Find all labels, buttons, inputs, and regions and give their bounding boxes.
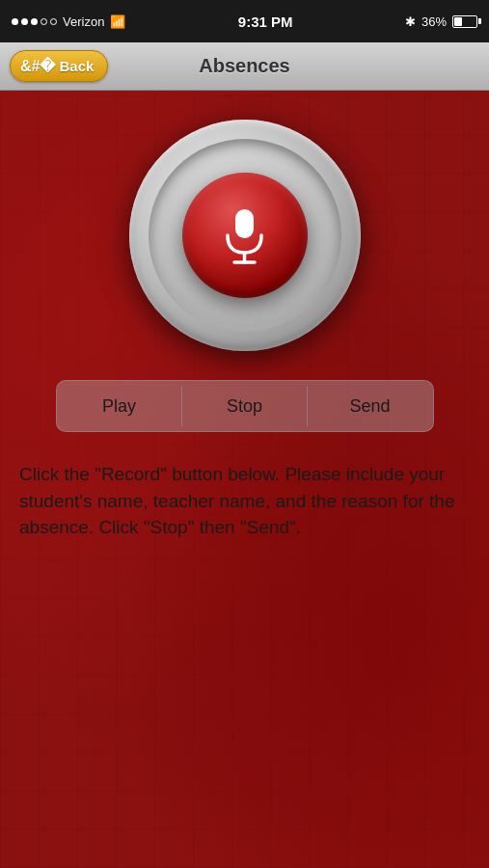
wifi-icon: 📶: [110, 14, 125, 29]
status-bar: Verizon 📶 9:31 PM ✱ 36%: [0, 0, 489, 42]
status-left: Verizon 📶: [12, 14, 125, 29]
dot-3: [31, 18, 38, 25]
carrier-label: Verizon: [63, 14, 104, 29]
instructions-text: Click the "Record" button below. Please …: [0, 461, 489, 541]
main-content: Play Stop Send Click the "Record" button…: [0, 91, 489, 868]
signal-dots: [12, 18, 57, 25]
record-button-container: [129, 120, 361, 351]
send-button[interactable]: Send: [308, 381, 433, 431]
status-right: ✱ 36%: [405, 14, 477, 29]
back-button[interactable]: &#� Back: [10, 50, 108, 82]
stop-button[interactable]: Stop: [182, 381, 308, 431]
inner-ring: [149, 139, 341, 332]
dot-1: [12, 18, 18, 25]
battery-fill: [454, 17, 462, 26]
back-label: Back: [59, 58, 94, 74]
battery-icon: [452, 15, 477, 28]
record-button[interactable]: [182, 173, 308, 298]
dot-2: [21, 18, 28, 25]
dot-4: [41, 18, 47, 25]
bluetooth-icon: ✱: [405, 14, 416, 29]
play-button[interactable]: Play: [57, 381, 182, 431]
dot-5: [50, 18, 57, 25]
back-chevron-icon: &#�: [20, 57, 55, 75]
microphone-icon: [218, 204, 271, 267]
action-buttons-row: Play Stop Send: [56, 380, 434, 432]
page-title: Absences: [199, 55, 290, 77]
battery-percent: 36%: [421, 14, 447, 29]
status-time: 9:31 PM: [238, 14, 293, 30]
nav-bar: &#� Back Absences: [0, 42, 489, 91]
outer-ring: [129, 120, 361, 351]
svg-rect-0: [235, 209, 254, 238]
